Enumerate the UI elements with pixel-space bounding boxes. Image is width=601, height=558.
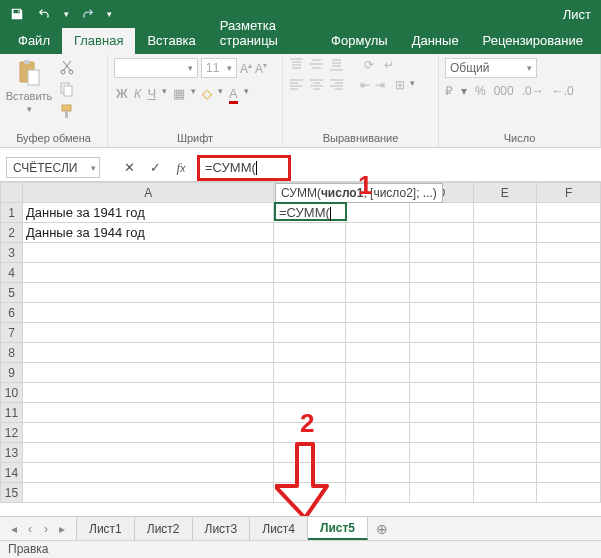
redo-button[interactable] [74, 2, 100, 26]
cell[interactable] [409, 223, 473, 243]
row-header[interactable]: 8 [1, 343, 23, 363]
row-header[interactable]: 13 [1, 443, 23, 463]
row-header[interactable]: 7 [1, 323, 23, 343]
number-format-select[interactable]: Общий▾ [445, 58, 537, 78]
qat-customize-button[interactable]: ▾ [102, 2, 116, 26]
cell[interactable] [537, 223, 601, 243]
accounting-format-button[interactable]: ₽ [445, 84, 453, 98]
comma-format-button[interactable]: 000 [494, 84, 514, 98]
align-middle-button[interactable] [309, 58, 324, 71]
cell[interactable] [346, 203, 410, 223]
sheet-tab[interactable]: Лист1 [76, 517, 135, 540]
cell[interactable] [346, 223, 410, 243]
row-header[interactable]: 14 [1, 463, 23, 483]
row-header[interactable]: 11 [1, 403, 23, 423]
sheet-nav-prev-button[interactable]: ‹ [22, 522, 38, 536]
col-header-A[interactable]: A [22, 183, 273, 203]
format-painter-button[interactable] [56, 102, 78, 120]
align-bottom-button[interactable] [329, 58, 344, 71]
select-all-button[interactable] [1, 183, 23, 203]
tab-home[interactable]: Главная [62, 28, 135, 54]
group-alignment: ⟳ ↵ ⇤ ⇥ ⊞▾ Выравнивание [283, 54, 439, 147]
active-cell[interactable]: =СУММ( [274, 202, 347, 221]
cell[interactable] [473, 223, 537, 243]
tab-data[interactable]: Данные [400, 28, 471, 54]
sheet-tab-active[interactable]: Лист5 [308, 517, 368, 540]
align-left-button[interactable] [289, 78, 304, 91]
decrease-decimal-button[interactable]: ←.0 [552, 84, 574, 98]
increase-indent-button[interactable]: ⇥ [375, 78, 385, 92]
align-center-button[interactable] [309, 78, 324, 91]
increase-font-button[interactable]: A▴ [240, 61, 252, 76]
underline-button[interactable]: Ч [147, 86, 156, 101]
paste-button[interactable]: Вставить ▾ [6, 58, 52, 114]
group-number: Общий▾ ₽▾ % 000 .0→ ←.0 Число [439, 54, 601, 147]
undo-more-button[interactable]: ▾ [60, 2, 72, 26]
cell[interactable] [473, 203, 537, 223]
sheet-nav-first-button[interactable]: ◂ [6, 522, 22, 536]
insert-function-button[interactable]: fx [168, 157, 194, 179]
merge-button[interactable]: ⊞ [395, 78, 405, 92]
cell[interactable]: Данные за 1941 год [22, 203, 273, 223]
window-title: Лист [563, 7, 597, 22]
align-top-button[interactable] [289, 58, 304, 71]
percent-format-button[interactable]: % [475, 84, 486, 98]
undo-button[interactable] [32, 2, 58, 26]
font-color-button[interactable]: A [229, 86, 238, 101]
sheet-nav-next-button[interactable]: › [38, 522, 54, 536]
sheet-tab[interactable]: Лист2 [135, 517, 193, 540]
fill-color-button[interactable]: ◇ [202, 86, 212, 101]
font-name-select[interactable]: ▾ [114, 58, 198, 78]
tab-review[interactable]: Рецензирование [471, 28, 595, 54]
cancel-formula-button[interactable]: ✕ [116, 157, 142, 179]
save-button[interactable] [4, 2, 30, 26]
decrease-indent-button[interactable]: ⇤ [360, 78, 370, 92]
increase-decimal-button[interactable]: .0→ [522, 84, 544, 98]
font-size-select[interactable]: 11▾ [201, 58, 237, 78]
group-number-label: Число [445, 130, 594, 147]
row-header[interactable]: 1 [1, 203, 23, 223]
cell[interactable] [409, 203, 473, 223]
row-header[interactable]: 4 [1, 263, 23, 283]
cell[interactable]: Данные за 1944 год [22, 223, 273, 243]
orientation-button[interactable]: ⟳ [364, 58, 374, 72]
row-header[interactable]: 15 [1, 483, 23, 503]
sheet-tab[interactable]: Лист3 [193, 517, 251, 540]
row-header[interactable]: 5 [1, 283, 23, 303]
tab-insert[interactable]: Вставка [135, 28, 207, 54]
row-header[interactable]: 9 [1, 363, 23, 383]
sheet-tab[interactable]: Лист4 [250, 517, 308, 540]
new-sheet-button[interactable]: ⊕ [368, 521, 396, 537]
ribbon: Вставить ▾ Буфер обмена ▾ 11▾ A▴A▾ Ж К Ч… [0, 54, 601, 148]
tab-formulas[interactable]: Формулы [319, 28, 400, 54]
border-button[interactable]: ▦ [173, 86, 185, 101]
row-header[interactable]: 12 [1, 423, 23, 443]
accept-formula-button[interactable]: ✓ [142, 157, 168, 179]
formula-bar: СЧЁТЕСЛИ▾ ✕ ✓ fx =СУММ( [0, 154, 601, 182]
col-header-E[interactable]: E [473, 183, 537, 203]
cell[interactable] [537, 203, 601, 223]
formula-input[interactable]: =СУММ( [197, 155, 291, 181]
bold-button[interactable]: Ж [116, 86, 128, 101]
col-header-F[interactable]: F [537, 183, 601, 203]
name-box[interactable]: СЧЁТЕСЛИ▾ [6, 157, 100, 178]
cell[interactable] [274, 223, 346, 243]
row-header[interactable]: 6 [1, 303, 23, 323]
annotation-2: 2 [300, 408, 314, 439]
sheet-tab-bar: ◂ ‹ › ▸ Лист1 Лист2 Лист3 Лист4 Лист5 ⊕ [0, 516, 601, 540]
align-right-button[interactable] [329, 78, 344, 91]
svg-rect-6 [64, 86, 72, 96]
row-header[interactable]: 2 [1, 223, 23, 243]
italic-button[interactable]: К [134, 86, 142, 101]
tab-layout[interactable]: Разметка страницы [208, 13, 319, 54]
tab-file[interactable]: Файл [6, 28, 62, 54]
group-font-label: Шрифт [114, 130, 276, 147]
copy-button[interactable] [56, 80, 78, 98]
group-clipboard: Вставить ▾ Буфер обмена [0, 54, 108, 147]
row-header[interactable]: 10 [1, 383, 23, 403]
wrap-text-button[interactable]: ↵ [384, 58, 394, 72]
sheet-nav-last-button[interactable]: ▸ [54, 522, 70, 536]
row-header[interactable]: 3 [1, 243, 23, 263]
decrease-font-button[interactable]: A▾ [255, 61, 267, 76]
cut-button[interactable] [56, 58, 78, 76]
